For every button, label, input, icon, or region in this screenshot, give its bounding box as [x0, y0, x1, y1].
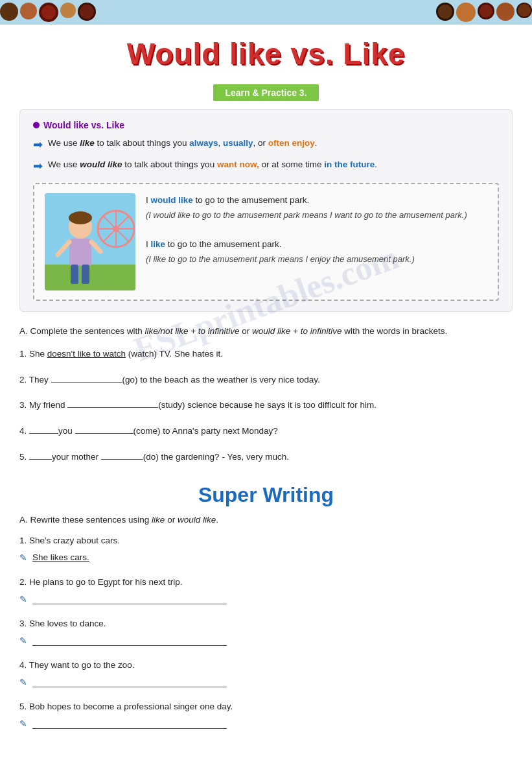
example2-italic: (I like to go to the amusement park mean…	[146, 252, 487, 266]
sentence-2: 2. They (go) to the beach as the weather…	[19, 373, 513, 387]
deco-circles-left	[0, 3, 96, 22]
svg-rect-7	[45, 265, 135, 290]
example-text: I would like to go to the amusement park…	[146, 193, 487, 290]
sentence-3: 3. My friend (study) science because he …	[19, 398, 513, 412]
content-card: Would like vs. Like ➡ We use like to tal…	[19, 109, 513, 312]
super-writing-title: Super Writing	[0, 483, 532, 507]
arrow-icon-1: ➡	[33, 136, 43, 154]
badge-wrapper: Learn & Practice 3.	[0, 84, 532, 101]
answer-line-5: ✎	[19, 717, 513, 731]
sentence-5: 5. your mother (do) the gardening? - Yes…	[19, 450, 513, 464]
arrow-icon-2: ➡	[33, 158, 43, 175]
learn-practice-badge: Learn & Practice 3.	[213, 84, 318, 101]
sentence-1: 1. She doesn't like to watch (watch) TV.…	[19, 347, 513, 361]
writing-item-1: 1. She's crazy about cars. ✎ She likes c…	[19, 534, 513, 565]
practice-instruction: A. Complete the sentences with like/not …	[19, 325, 513, 338]
answer-line-3: ✎	[19, 634, 513, 648]
example2-text: I like to go to the amusement park.	[146, 237, 487, 252]
top-banner	[0, 0, 532, 25]
rule1: ➡ We use like to talk about things you a…	[33, 137, 499, 154]
svg-rect-13	[71, 265, 78, 284]
answer-line-2: ✎	[19, 592, 513, 606]
pencil-icon-3: ✎	[19, 634, 27, 648]
answer-line-4: ✎	[19, 675, 513, 689]
answer-line-1: ✎ She likes cars.	[19, 551, 513, 565]
pencil-icon-4: ✎	[19, 675, 27, 689]
sentence-4: 4. you (come) to Anna's party next Monda…	[19, 424, 513, 438]
example1-italic: (I would like to go to the amusement par…	[146, 208, 487, 222]
practice-section: A. Complete the sentences with like/not …	[19, 325, 513, 464]
example1-text: I would like to go to the amusement park…	[146, 193, 487, 208]
writing-item-2: 2. He plans to go to Egypt for his next …	[19, 575, 513, 606]
pencil-icon-1: ✎	[19, 551, 27, 565]
section-heading: Would like vs. Like	[33, 120, 499, 130]
example-box: I would like to go to the amusement park…	[33, 183, 499, 301]
super-writing-section: Super Writing A. Rewrite these sentences…	[0, 483, 532, 731]
writing-item-3: 3. She loves to dance. ✎	[19, 617, 513, 648]
writing-item-5: 5. Bob hopes to become a professional si…	[19, 700, 513, 731]
svg-point-9	[69, 211, 92, 224]
example-image	[45, 193, 135, 290]
writing-instruction: A. Rewrite these sentences using like or…	[19, 515, 513, 525]
pencil-icon-5: ✎	[19, 717, 27, 731]
bullet-icon	[33, 122, 40, 128]
writing-item-4: 4. They want to go to the zoo. ✎	[19, 658, 513, 689]
page-title-section: Would like vs. Like	[0, 25, 532, 78]
svg-rect-10	[69, 239, 91, 266]
deco-circles-right	[436, 3, 532, 22]
page-title: Would like vs. Like	[0, 36, 532, 71]
svg-rect-14	[82, 265, 89, 284]
pencil-icon-2: ✎	[19, 592, 27, 606]
rule2: ➡ We use would like to talk about things…	[33, 158, 499, 175]
